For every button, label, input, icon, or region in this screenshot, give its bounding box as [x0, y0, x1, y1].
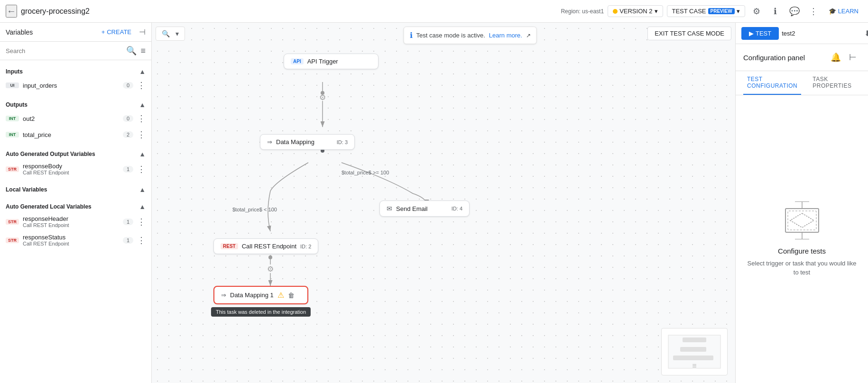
more-button[interactable]: ⋮ — [806, 4, 821, 19]
inputs-section-header[interactable]: Inputs ▲ — [0, 64, 151, 77]
auto-local-collapse-icon: ▲ — [139, 203, 146, 210]
search-input[interactable] — [6, 47, 122, 55]
data-mapping-node[interactable]: ⇒ Data Mapping ID: 3 — [260, 134, 355, 150]
download-button[interactable]: ⬇ — [864, 27, 868, 40]
bell-button[interactable]: 🔔 — [828, 50, 843, 65]
call-rest-node[interactable]: REST Call REST Endpoint ID: 2 — [213, 238, 318, 254]
top-header: ← grocery-processing2 Region: us-east1 V… — [0, 0, 868, 23]
filter-icon[interactable]: ≡ — [140, 46, 146, 56]
type-badge-str: STR — [6, 219, 19, 225]
create-button[interactable]: + CREATE — [98, 27, 135, 37]
auto-output-section-header[interactable]: Auto Generated Output Variables ▲ — [0, 146, 151, 160]
region-label: Region: us-east1 — [561, 8, 604, 15]
more-icon[interactable]: ⋮ — [137, 129, 146, 140]
info-button[interactable]: ℹ — [768, 4, 783, 19]
test-run-button[interactable]: ▶ TEST — [741, 27, 779, 40]
var-name: responseBody — [23, 163, 119, 170]
chat-button[interactable]: 💬 — [787, 4, 802, 19]
chevron-down-icon: ▾ — [655, 8, 658, 15]
learn-button[interactable]: 🎓 LEARN — [825, 6, 862, 17]
svg-rect-10 — [683, 337, 706, 342]
more-icon[interactable]: ⋮ — [137, 80, 146, 91]
auto-local-title: Auto Generated Local Variables — [6, 203, 92, 210]
local-section-header[interactable]: Local Variables ▲ — [0, 182, 151, 195]
search-bar: 🔍 ≡ — [0, 42, 151, 60]
list-item[interactable]: STR responseStatus Call REST Endpoint 1 … — [0, 231, 151, 249]
panel-tabs: TEST CONFIGURATION TASK PROPERTIES — [736, 71, 868, 95]
minimap: ≡ — [661, 328, 728, 375]
deleted-tooltip: This task was deleted in the integration — [211, 307, 311, 317]
right-panel-header: Configuration panel 🔔 ⊢ — [736, 44, 868, 71]
auto-local-section-header[interactable]: Auto Generated Local Variables ▲ — [0, 199, 151, 212]
create-label: CREATE — [107, 28, 131, 36]
inputs-collapse-icon: ▲ — [139, 68, 146, 75]
list-item[interactable]: INT total_price 2 ⋮ — [0, 127, 151, 143]
right-panel: ▶ TEST ⬇ ⧉ 🗑 ☰ Configuration panel 🔔 ⊢ T… — [735, 23, 868, 383]
version-dot — [613, 9, 618, 14]
type-badge-ui: UI — [6, 82, 19, 88]
tab-test-configuration[interactable]: TEST CONFIGURATION — [743, 71, 801, 95]
back-button[interactable]: ← — [6, 5, 17, 18]
more-icon[interactable]: ⋮ — [137, 217, 146, 227]
more-icon[interactable]: ⋮ — [137, 113, 146, 124]
warning-icon: ⚠ — [277, 291, 284, 300]
configure-tests: Configure tests Select trigger or task t… — [736, 95, 868, 383]
call-rest-label: Call REST Endpoint — [242, 243, 296, 250]
node-id-3: ID: 3 — [337, 139, 348, 145]
mapping-icon-1: ⇒ — [221, 292, 226, 299]
var-sub: Call REST Endpoint — [23, 241, 119, 246]
zoom-in-button[interactable]: 🔍 — [160, 29, 172, 38]
info-icon: ℹ — [410, 31, 413, 40]
config-panel-title: Configuration panel — [743, 54, 805, 62]
graduation-icon: 🎓 — [829, 8, 836, 15]
var-count: 1 — [123, 219, 133, 225]
data-mapping-1-node[interactable]: ⇒ Data Mapping 1 ⚠ 🗑 This task was delet… — [213, 286, 308, 304]
gear-icon-2: ⚙ — [266, 264, 275, 273]
var-name: total_price — [23, 131, 119, 138]
api-trigger-node[interactable]: API API Trigger — [284, 54, 379, 69]
send-email-node[interactable]: ✉ Send Email ID: 4 — [379, 201, 470, 217]
more-icon[interactable]: ⋮ — [137, 164, 146, 174]
list-item[interactable]: INT out2 0 ⋮ — [0, 110, 151, 127]
plus-icon: + — [102, 28, 105, 36]
outputs-collapse-icon: ▲ — [139, 101, 146, 109]
test-toolbar: ▶ TEST ⬇ ⧉ 🗑 ☰ — [736, 23, 868, 44]
test-case-label: TEST CASE — [672, 8, 706, 15]
auto-output-title: Auto Generated Output Variables — [6, 151, 95, 157]
right-panel-icons: 🔔 ⊢ — [828, 50, 860, 65]
test-name-input[interactable] — [782, 30, 861, 37]
outputs-section-header[interactable]: Outputs ▲ — [0, 97, 151, 110]
main-layout: Variables + CREATE ⊣ 🔍 ≡ Inputs ▲ UI inp… — [0, 23, 868, 383]
zoom-arrow-icon: ▾ — [174, 29, 181, 38]
data-mapping-1-label: Data Mapping 1 — [230, 292, 274, 299]
expand-button[interactable]: ⊢ — [845, 50, 860, 65]
info-banner: ℹ Test case mode is active. Learn more. … — [404, 27, 537, 44]
version-label: VERSION 2 — [619, 8, 652, 15]
list-item[interactable]: STR responseBody Call REST Endpoint 1 ⋮ — [0, 160, 151, 178]
var-count: 2 — [123, 131, 133, 138]
list-item[interactable]: STR responseHeader Call REST Endpoint 1 … — [0, 212, 151, 231]
type-badge-int: INT — [6, 116, 19, 121]
more-icon[interactable]: ⋮ — [137, 235, 146, 246]
configure-icon — [778, 201, 826, 239]
collapse-icon[interactable]: ⊣ — [139, 27, 146, 36]
tab-task-properties[interactable]: TASK PROPERTIES — [809, 71, 855, 95]
delete-icon[interactable]: 🗑 — [288, 292, 295, 299]
test-case-button[interactable]: TEST CASE PREVIEW ▾ — [667, 5, 745, 17]
version-button[interactable]: VERSION 2 ▾ — [608, 5, 663, 17]
svg-rect-11 — [680, 347, 706, 352]
var-count: 1 — [123, 166, 133, 173]
canvas-area[interactable]: 🔍 ▾ ℹ Test case mode is active. Learn mo… — [152, 23, 735, 383]
learn-link[interactable]: Learn more. — [489, 32, 522, 39]
api-badge: API — [291, 58, 304, 64]
settings-button[interactable]: ⚙ — [749, 4, 764, 19]
canvas-toolbar: 🔍 ▾ — [156, 27, 185, 41]
send-email-label: Send Email — [396, 205, 427, 212]
mapping-icon: ⇒ — [267, 138, 272, 146]
list-item[interactable]: UI input_orders 0 ⋮ — [0, 77, 151, 93]
sidebar-title: Variables — [6, 28, 94, 36]
exit-test-case-button[interactable]: EXIT TEST CASE MODE — [647, 27, 731, 40]
type-badge-str: STR — [6, 166, 19, 172]
type-badge-int: INT — [6, 132, 19, 137]
test-btn-label: TEST — [756, 30, 771, 37]
